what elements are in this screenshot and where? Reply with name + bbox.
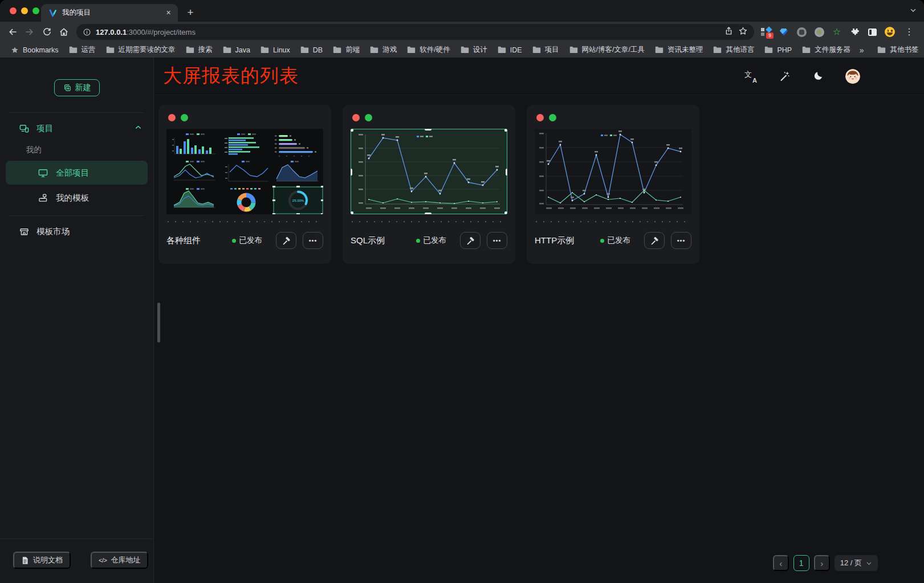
bookmarks-folder-root[interactable]: Bookmarks <box>6 44 64 56</box>
folder-icon <box>569 46 578 54</box>
bookmark-folder[interactable]: IDE <box>492 44 527 56</box>
current-page-button[interactable]: 1 <box>793 555 809 571</box>
more-button[interactable]: ••• <box>303 232 323 249</box>
chrome-menu-icon[interactable]: ⋮ <box>902 27 916 36</box>
selection-handle[interactable] <box>504 211 507 214</box>
bookmark-folder[interactable]: 搜索 <box>181 44 218 56</box>
project-thumbnail[interactable] <box>535 129 691 214</box>
bookmarks-overflow-icon[interactable]: » <box>856 46 868 55</box>
prev-page-button[interactable]: ‹ <box>773 555 789 571</box>
selection-handle[interactable] <box>506 169 507 176</box>
more-button[interactable]: ••• <box>671 232 691 249</box>
bookmark-folder[interactable]: PHP <box>759 44 797 56</box>
bookmark-folder[interactable]: 运营 <box>64 44 101 56</box>
status-dot <box>232 239 236 243</box>
bookmark-folder[interactable]: 游戏 <box>365 44 402 56</box>
new-project-button[interactable]: 新建 <box>54 79 100 96</box>
selection-handle[interactable] <box>425 129 432 131</box>
page-size-select[interactable]: 12 / 页 <box>835 555 878 571</box>
bookmark-folder[interactable]: Java <box>218 44 255 56</box>
sidebar: 新建 项目 我的 全部项目 <box>0 58 154 583</box>
bookmark-folder[interactable]: 其他语言 <box>708 44 759 56</box>
extension-dark-circle-icon[interactable] <box>796 27 807 37</box>
tab-close-icon[interactable]: × <box>164 8 173 18</box>
side-panel-icon[interactable] <box>867 27 877 37</box>
repo-button[interactable]: </> 仓库地址 <box>91 552 148 569</box>
bookmark-star-icon[interactable] <box>738 26 748 38</box>
chevron-up-icon[interactable] <box>135 124 142 133</box>
more-button[interactable]: ••• <box>487 232 507 249</box>
next-page-button[interactable]: › <box>814 555 830 571</box>
url-host: 127.0.0.1 <box>96 28 127 36</box>
new-tab-button[interactable]: + <box>182 5 198 21</box>
pagination: ‹ 1 › 12 / 页 <box>773 555 878 571</box>
red-dot <box>352 114 360 121</box>
user-avatar[interactable] <box>845 69 860 84</box>
selection-handle[interactable] <box>351 129 353 132</box>
back-icon[interactable] <box>5 24 21 40</box>
folder-icon <box>106 46 115 54</box>
window-minimize-button[interactable] <box>21 7 28 14</box>
edit-button[interactable] <box>460 232 481 249</box>
project-thumbnail[interactable]: 25.00% <box>166 129 323 214</box>
monitor-icon <box>38 168 48 178</box>
edit-button[interactable] <box>644 232 665 249</box>
bookmark-folder[interactable]: 设计 <box>455 44 492 56</box>
project-card[interactable]: SQL示例 已发布 ••• <box>343 105 515 264</box>
bookmark-folder[interactable]: 资讯未整理 <box>650 44 709 56</box>
folder-icon <box>713 46 722 54</box>
share-icon[interactable] <box>724 26 734 38</box>
sidebar-item-all-projects[interactable]: 全部项目 <box>6 161 148 185</box>
reload-icon[interactable] <box>39 24 55 40</box>
browser-tab[interactable]: 我的项目 × <box>41 4 178 22</box>
sidebar-item-template-market[interactable]: 模板市场 <box>0 219 153 243</box>
sidebar-footer: 说明文档 </> 仓库地址 <box>0 539 153 583</box>
forward-icon[interactable] <box>22 24 38 40</box>
extension-emoji-icon[interactable] <box>885 27 895 37</box>
window-close-button[interactable] <box>10 7 17 14</box>
project-card-list: 25.00% 各种组件 已发布 <box>154 95 924 264</box>
bookmark-folder[interactable]: 近期需要读的文章 <box>101 44 181 56</box>
content-scrollbar[interactable] <box>157 303 160 343</box>
project-card[interactable]: HTTP示例 已发布 ••• <box>527 105 699 264</box>
edit-button[interactable] <box>276 232 296 249</box>
bookmark-folder[interactable]: 前端 <box>328 44 365 56</box>
tab-search-icon[interactable] <box>909 6 917 17</box>
sidebar-item-my-templates[interactable]: 我的模板 <box>6 186 148 210</box>
selection-handle[interactable] <box>504 129 507 132</box>
site-info-icon[interactable] <box>83 28 91 36</box>
home-icon[interactable] <box>56 24 72 40</box>
selection-handle[interactable] <box>425 213 432 214</box>
project-card[interactable]: 25.00% 各种组件 已发布 <box>158 105 331 264</box>
magic-wand-icon[interactable] <box>778 70 791 83</box>
card-window-dots <box>535 112 691 121</box>
ellipsis-icon: ••• <box>309 237 318 244</box>
url-text: 127.0.0.1:3000/#/project/items <box>96 28 196 36</box>
extension-green-circle-icon[interactable] <box>814 27 824 37</box>
other-bookmarks-folder[interactable]: 其他书签 <box>872 44 923 56</box>
address-bar[interactable]: 127.0.0.1:3000/#/project/items <box>76 24 754 40</box>
extension-badge: 9 <box>766 32 774 39</box>
dark-mode-moon-icon[interactable] <box>812 70 824 83</box>
extension-star-icon[interactable]: ☆ <box>832 27 842 37</box>
extension-gem-icon[interactable] <box>779 27 789 37</box>
bookmark-folder[interactable]: Linux <box>255 44 295 56</box>
bookmark-folder[interactable]: 项目 <box>527 44 564 56</box>
docs-button[interactable]: 说明文档 <box>13 552 71 569</box>
bookmark-folder[interactable]: 文件服务器 <box>797 44 856 56</box>
bookmark-folder[interactable]: DB <box>295 44 328 56</box>
bookmark-folder[interactable]: 软件/硬件 <box>402 44 455 56</box>
card-footer: 各种组件 已发布 ••• <box>166 222 323 259</box>
language-icon[interactable]: 文 A <box>744 70 757 83</box>
card-footer: HTTP示例 已发布 ••• <box>535 222 691 259</box>
selection-handle[interactable] <box>351 169 352 176</box>
extension-metrics-icon[interactable]: 9 <box>761 27 771 37</box>
project-thumbnail[interactable] <box>351 129 507 214</box>
extensions-puzzle-icon[interactable] <box>849 27 860 37</box>
card-window-dots <box>351 112 507 121</box>
window-zoom-button[interactable] <box>32 7 39 14</box>
selection-handle[interactable] <box>351 211 353 214</box>
sidebar-item-projects[interactable]: 项目 <box>0 116 153 140</box>
bookmark-folder[interactable]: 网站/博客/文章/工具 <box>564 44 650 56</box>
card-window-dots <box>166 112 323 121</box>
